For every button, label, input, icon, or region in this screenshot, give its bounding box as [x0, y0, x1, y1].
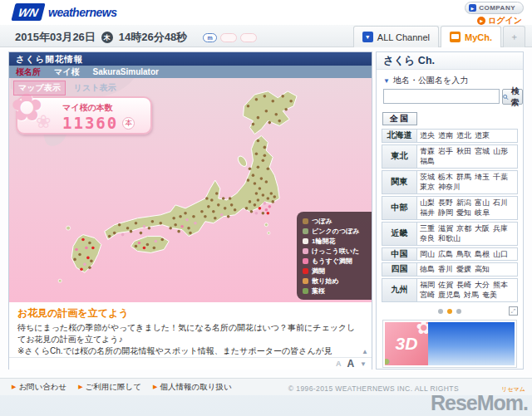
pref-link-東京[interactable]: 東京 — [420, 182, 435, 193]
sakura-spot-dot[interactable] — [187, 227, 190, 230]
sakura-spot-dot[interactable] — [210, 198, 214, 202]
font-size-large-button[interactable]: A — [347, 358, 354, 370]
sakura-spot-dot[interactable] — [205, 197, 209, 200]
sakura-spot-dot[interactable] — [151, 220, 155, 223]
carousel-dot[interactable] — [456, 309, 461, 314]
sakura-spot-dot[interactable] — [264, 154, 267, 158]
pref-link-愛知[interactable]: 愛知 — [456, 208, 471, 218]
sakura-spot-dot[interactable] — [267, 212, 270, 215]
region-button-北海道[interactable]: 北海道 — [382, 130, 417, 142]
sakura-spot-dot[interactable] — [189, 232, 192, 235]
sakura-spot-dot[interactable] — [267, 197, 270, 200]
sakura-spot-dot[interactable] — [153, 247, 156, 250]
sakura-spot-dot[interactable] — [207, 205, 210, 208]
search-button[interactable]: 検索 — [502, 89, 523, 105]
pref-link-熊本[interactable]: 熊本 — [493, 280, 508, 291]
sakura-spot-dot[interactable] — [148, 227, 151, 230]
sakura-spot-dot[interactable] — [254, 203, 257, 207]
sakura-spot-dot[interactable] — [252, 123, 255, 126]
sakura-spot-dot[interactable] — [267, 167, 270, 170]
pref-link-対馬[interactable]: 対馬 — [464, 290, 479, 301]
sakura-spot-dot[interactable] — [271, 100, 274, 103]
pref-link-徳島[interactable]: 徳島 — [420, 264, 435, 275]
pref-link-石川[interactable]: 石川 — [493, 198, 508, 208]
tab-all-channel[interactable]: ▼ ALL Channel — [353, 26, 439, 47]
tab-my-channel[interactable]: MyCh. — [441, 26, 501, 47]
pref-link-茨城[interactable]: 茨城 — [420, 172, 435, 183]
pref-link-静岡[interactable]: 静岡 — [438, 208, 453, 218]
sakura-spot-dot[interactable] — [130, 230, 133, 233]
sakura-spot-dot[interactable] — [143, 247, 146, 250]
font-size-small-button[interactable]: A — [336, 360, 342, 368]
sakura-spot-dot[interactable] — [185, 218, 189, 222]
sakura-spot-dot[interactable] — [230, 203, 234, 207]
region-button-中部[interactable]: 中部 — [382, 197, 417, 219]
sakura-spot-dot[interactable] — [200, 210, 204, 213]
pref-link-青森[interactable]: 青森 — [420, 146, 435, 157]
pref-link-神奈川[interactable]: 神奈川 — [438, 182, 461, 193]
pref-link-埼玉[interactable]: 埼玉 — [475, 172, 490, 183]
sakura-spot-dot[interactable] — [81, 238, 85, 242]
pref-link-香川[interactable]: 香川 — [438, 264, 453, 275]
sakura-spot-dot[interactable] — [204, 215, 207, 218]
sakura-spot-dot[interactable] — [126, 227, 130, 230]
sakura-spot-dot[interactable] — [249, 167, 252, 170]
pref-link-大阪[interactable]: 大阪 — [475, 223, 490, 234]
company-button[interactable]: ▶ COMPANY — [465, 2, 524, 14]
sakura-spot-dot[interactable] — [179, 215, 182, 218]
sakura-spot-dot[interactable] — [78, 253, 81, 257]
sakura-spot-dot[interactable] — [217, 203, 220, 207]
pref-link-三重[interactable]: 三重 — [420, 223, 435, 234]
sakura-spot-dot[interactable] — [268, 121, 272, 125]
sakura-spot-dot[interactable] — [265, 180, 268, 184]
pref-link-岡山[interactable]: 岡山 — [420, 249, 435, 260]
sakura-spot-dot[interactable] — [135, 245, 138, 248]
pref-link-道北[interactable]: 道北 — [456, 130, 471, 141]
sakura-spot-dot[interactable] — [234, 208, 237, 212]
sakura-spot-dot[interactable] — [146, 243, 150, 247]
panel-tab-桜名所[interactable]: 桜名所 — [16, 66, 41, 78]
sakura-spot-dot[interactable] — [174, 223, 177, 227]
region-button-関東[interactable]: 関東 — [382, 171, 417, 193]
sakura-spot-dot[interactable] — [278, 120, 281, 123]
sakura-spot-dot[interactable] — [215, 192, 219, 195]
sakura-spot-dot[interactable] — [155, 240, 158, 243]
pref-link-秋田[interactable]: 秋田 — [456, 146, 471, 157]
pref-link-長野[interactable]: 長野 — [438, 198, 453, 208]
sakura-spot-dot[interactable] — [255, 212, 259, 215]
pref-link-群馬[interactable]: 群馬 — [456, 172, 471, 183]
sakura-spot-dot[interactable] — [224, 207, 227, 210]
promo-banner[interactable]: 3D — [382, 320, 517, 368]
sakura-spot-dot[interactable] — [247, 179, 250, 182]
scroll-down-icon[interactable]: ▼ — [360, 360, 367, 368]
sakura-spot-dot[interactable] — [73, 258, 76, 262]
pref-link-奈良[interactable]: 奈良 — [420, 233, 435, 244]
sakura-spot-dot[interactable] — [214, 217, 217, 220]
sakura-spot-dot[interactable] — [160, 238, 164, 242]
sakura-spot-dot[interactable] — [172, 217, 175, 220]
pref-link-岐阜[interactable]: 岐阜 — [475, 208, 490, 218]
pref-link-福井[interactable]: 福井 — [420, 208, 435, 218]
sakura-spot-dot[interactable] — [113, 232, 116, 235]
pref-link-鹿児島[interactable]: 鹿児島 — [438, 290, 461, 301]
pref-link-佐賀[interactable]: 佐賀 — [438, 280, 453, 291]
sakura-spot-dot[interactable] — [212, 210, 215, 213]
sakura-spot-dot[interactable] — [274, 113, 278, 116]
pref-link-京都[interactable]: 京都 — [456, 223, 471, 234]
sakura-spot-dot[interactable] — [264, 95, 267, 98]
sakura-spot-dot[interactable] — [184, 212, 187, 215]
carousel-dot-active[interactable] — [447, 309, 452, 314]
pref-link-高知[interactable]: 高知 — [475, 264, 490, 275]
pref-link-宮城[interactable]: 宮城 — [475, 146, 490, 157]
pref-link-山梨[interactable]: 山梨 — [420, 198, 435, 208]
sakura-spot-dot[interactable] — [220, 213, 224, 217]
sakura-spot-dot[interactable] — [108, 235, 111, 238]
sakura-spot-dot[interactable] — [180, 225, 184, 228]
pref-link-大分[interactable]: 大分 — [475, 280, 490, 291]
pref-link-山形[interactable]: 山形 — [493, 146, 508, 157]
sakura-spot-dot[interactable] — [249, 200, 252, 203]
sakura-spot-dot[interactable] — [271, 200, 274, 203]
sakura-spot-dot[interactable] — [264, 202, 267, 205]
pref-link-愛媛[interactable]: 愛媛 — [456, 264, 471, 275]
sakura-spot-dot[interactable] — [255, 98, 259, 101]
